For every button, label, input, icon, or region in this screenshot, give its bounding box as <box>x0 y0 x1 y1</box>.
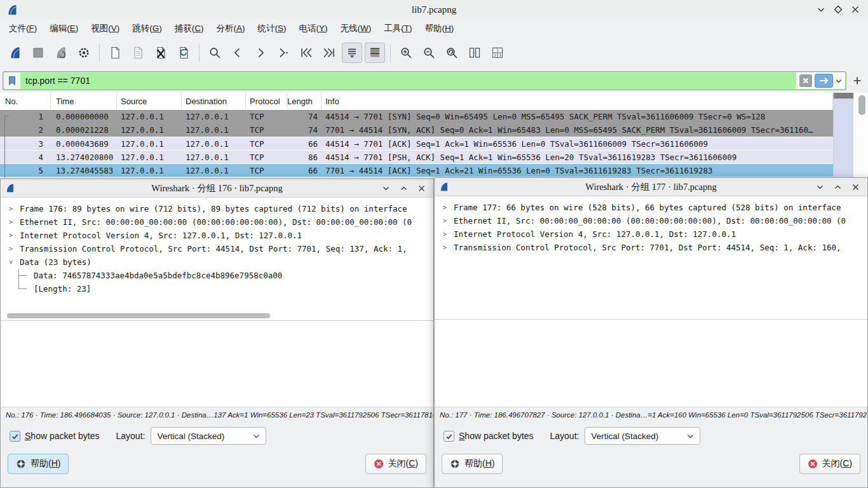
tree-horizontal-scrollbar-thumb[interactable] <box>7 313 270 318</box>
packet-row-1[interactable]: 10.000000000127.0.0.1127.0.0.1TCP7444514… <box>0 110 833 123</box>
clear-filter-icon[interactable] <box>799 74 812 87</box>
go-back-button[interactable] <box>227 43 248 63</box>
show-packet-bytes-checkbox[interactable] <box>444 431 454 442</box>
restart-capture-button[interactable] <box>51 43 71 63</box>
help-icon <box>450 459 460 469</box>
maximize-icon[interactable] <box>833 4 843 15</box>
tree-item[interactable]: >Transmission Control Protocol, Src Port… <box>1 242 433 255</box>
packet-cell-proto: TCP <box>246 152 287 162</box>
expand-arrow-icon[interactable]: > <box>440 201 450 214</box>
show-packet-bytes-checkbox[interactable] <box>10 431 20 442</box>
tree-item[interactable]: >Transmission Control Protocol, Src Port… <box>435 241 867 254</box>
minimize-icon[interactable] <box>816 4 826 15</box>
menu-item-7[interactable]: 统计(S) <box>252 20 293 37</box>
close-icon[interactable] <box>851 183 860 191</box>
tree-item[interactable]: >Internet Protocol Version 4, Src: 127.0… <box>435 227 867 241</box>
go-last-button[interactable] <box>319 43 339 63</box>
menu-item-3[interactable]: 视图(V) <box>85 20 126 37</box>
packet-row-3[interactable]: 30.000043689127.0.0.1127.0.0.1TCP6644514… <box>0 137 833 150</box>
tree-horizontal-scrollbar[interactable] <box>1 311 433 321</box>
packet-row-4[interactable]: 413.274020800127.0.0.1127.0.0.1TCP864451… <box>0 150 833 163</box>
layout-select[interactable]: Vertical (Stacked) <box>151 427 266 445</box>
help-button[interactable]: 帮助(H) <box>8 454 69 474</box>
dropdown-caret-icon[interactable] <box>836 79 842 83</box>
zoom-reset-button[interactable] <box>442 43 462 63</box>
menu-item-9[interactable]: 无线(W) <box>334 20 378 37</box>
close-icon[interactable] <box>850 4 860 15</box>
tree-item[interactable]: >Frame 176: 89 bytes on wire (712 bits),… <box>1 202 433 215</box>
close-file-button[interactable] <box>151 43 171 63</box>
go-first-button[interactable] <box>296 43 316 63</box>
intelligent-scrollbar-minimap[interactable] <box>833 93 854 178</box>
maximize-icon[interactable] <box>834 183 842 191</box>
resize-columns-button[interactable] <box>465 43 485 63</box>
menu-item-2[interactable]: 编辑(E) <box>43 20 85 37</box>
find-packet-button[interactable] <box>205 43 225 63</box>
layout-label: Layout: <box>116 431 146 441</box>
tree-horizontal-scrollbar[interactable] <box>435 310 867 320</box>
minimize-icon[interactable] <box>816 183 824 191</box>
menu-item-11[interactable]: 帮助(H) <box>419 20 461 37</box>
help-button[interactable]: 帮助(H) <box>442 454 503 474</box>
expand-arrow-icon[interactable]: > <box>6 202 16 215</box>
expand-arrow-icon[interactable]: > <box>6 215 16 229</box>
layout-pages-button[interactable]: 123 <box>487 43 508 63</box>
tree-item[interactable]: >Ethernet II, Src: 00:00:00_00:00:00 (00… <box>1 215 433 229</box>
dialog-titlebar: Wireshark · 分组 176 · lib7.pcapng <box>1 179 433 198</box>
display-filter-input[interactable]: tcp.port == 7701 <box>3 71 846 90</box>
expand-arrow-icon[interactable]: > <box>440 227 450 241</box>
column-header-destination[interactable]: Destination <box>182 93 246 110</box>
minimize-icon[interactable] <box>382 184 390 193</box>
layout-select[interactable]: Vertical (Stacked) <box>585 427 700 445</box>
tree-item[interactable]: Data: 74657874333ae4bda0e5a5bdefbc8ce4b8… <box>1 269 433 282</box>
auto-scroll-button[interactable] <box>342 43 362 63</box>
menu-item-8[interactable]: 电话(Y) <box>293 20 334 37</box>
capture-options-button[interactable] <box>74 43 94 63</box>
tree-item[interactable]: >Data (23 bytes) <box>1 255 433 269</box>
menu-item-4[interactable]: 跳转(G) <box>126 20 168 37</box>
column-header-info[interactable]: Info <box>322 93 833 110</box>
dialog-titlebar: Wireshark · 分组 177 · lib7.pcapng <box>435 178 867 196</box>
column-header-source[interactable]: Source <box>117 93 182 110</box>
expand-arrow-icon[interactable]: > <box>440 241 450 254</box>
reload-file-button[interactable] <box>173 43 194 63</box>
menu-item-10[interactable]: 工具(T) <box>377 20 418 37</box>
menu-item-1[interactable]: 文件(F) <box>3 20 43 37</box>
zoom-out-button[interactable] <box>419 43 439 63</box>
packet-row-2[interactable]: 20.000021228127.0.0.1127.0.0.1TCP747701 … <box>0 123 833 137</box>
collapse-arrow-icon[interactable]: > <box>4 257 18 268</box>
zoom-in-button[interactable] <box>396 43 416 63</box>
go-to-packet-button[interactable] <box>273 43 294 63</box>
column-header-protocol[interactable]: Protocol <box>246 93 287 110</box>
expand-arrow-icon[interactable]: > <box>6 229 16 242</box>
filter-expression[interactable]: tcp.port == 7701 <box>25 76 90 86</box>
close-button[interactable]: 关闭(C) <box>799 454 860 474</box>
column-header-length[interactable]: Length <box>287 93 322 110</box>
apply-filter-icon[interactable] <box>815 74 833 88</box>
tree-item[interactable]: [Length: 23] <box>1 282 433 295</box>
bookmark-icon[interactable] <box>4 72 20 89</box>
column-header-time[interactable]: Time <box>51 93 117 110</box>
save-file-button[interactable] <box>128 43 148 63</box>
go-forward-button[interactable] <box>250 43 271 63</box>
close-button-label: 关闭(C) <box>822 458 852 470</box>
expand-arrow-icon[interactable]: > <box>6 242 16 255</box>
open-file-button[interactable] <box>105 43 125 63</box>
start-capture-button[interactable] <box>5 43 25 63</box>
menu-item-5[interactable]: 捕获(C) <box>168 20 210 37</box>
packet-list-scrollbar-thumb[interactable] <box>858 95 865 115</box>
close-button[interactable]: 关闭(C) <box>365 454 426 474</box>
column-header-no[interactable]: No. <box>0 93 51 110</box>
menu-item-6[interactable]: 分析(A) <box>210 20 252 37</box>
add-filter-icon[interactable] <box>850 74 864 88</box>
packet-cell-src: 127.0.0.1 <box>117 125 182 135</box>
stop-capture-button[interactable] <box>28 43 48 63</box>
tree-item[interactable]: >Ethernet II, Src: 00:00:00_00:00:00 (00… <box>435 214 867 227</box>
colorize-button[interactable] <box>365 43 385 63</box>
maximize-icon[interactable] <box>400 184 408 193</box>
expand-arrow-icon[interactable]: > <box>440 214 450 227</box>
close-icon[interactable] <box>417 184 426 193</box>
packet-row-5[interactable]: 513.274045583127.0.0.1127.0.0.1TCP667701… <box>0 163 833 177</box>
tree-item[interactable]: >Internet Protocol Version 4, Src: 127.0… <box>1 229 433 242</box>
tree-item[interactable]: >Frame 177: 66 bytes on wire (528 bits),… <box>435 201 867 214</box>
